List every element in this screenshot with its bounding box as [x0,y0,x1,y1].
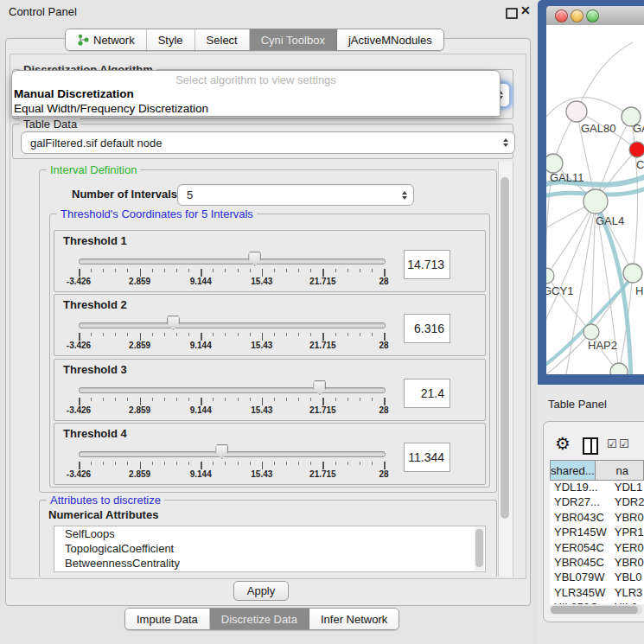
table-cell: YER0 [610,541,644,556]
table-row[interactable]: YBR045CYBR0 [550,556,644,571]
tab-cyni-toolbox[interactable]: Cyni Toolbox [250,29,337,50]
scrollbar-thumb[interactable] [475,529,483,567]
network-node[interactable] [629,142,644,157]
popup-menu-item[interactable]: Equal Width/Frequency Discretization [12,101,500,116]
tab-label: jActiveMNodules [348,34,432,47]
tick-mark [164,398,165,401]
tick-mark [238,269,239,272]
gear-icon[interactable]: ⚙ [555,433,571,454]
tick-mark [115,398,116,401]
tick-mark [213,333,214,336]
table-row[interactable]: YIL053CYIL0 [550,601,644,604]
table-row[interactable]: YDR27...YDR2 [550,495,644,510]
tab-discretize-data[interactable]: Discretize Data [210,609,309,629]
num-intervals-select[interactable]: 5 [177,184,414,206]
node-attribute-table: shared...na YDL19...YDL1YDR27...YDR2YBR0… [550,460,644,604]
tick-label: 2.859 [129,405,150,415]
network-node[interactable] [583,189,608,214]
network-node[interactable] [583,324,599,340]
tick-label: -3.426 [67,469,91,479]
popup-menu-item[interactable]: Manual Discretization [12,86,500,101]
table-row[interactable]: YER054CYER0 [550,541,644,556]
threshold-value-field[interactable]: 6.316 [404,314,450,343]
network-node[interactable] [546,154,563,173]
tick-mark [79,269,80,277]
popup-hint: Select algorithm to view settings [12,73,500,86]
table-horizontal-scrollbar[interactable] [550,605,642,615]
table-data-select[interactable]: galFiltered.sif default node [21,131,515,154]
table-data-value: galFiltered.sif default node [30,137,162,150]
network-view-canvas[interactable]: GAL80GACGAL11GAL4GCY1HHAP2 [546,25,644,374]
tick-mark [152,333,153,336]
tick-label: 2.859 [129,469,150,479]
numerical-attributes-list[interactable]: SelfLoopsTopologicalCoefficientBetweenne… [54,526,486,572]
apply-button[interactable]: Apply [233,581,289,601]
table-row[interactable]: YDL19...YDL1 [550,481,644,495]
settings-scrollbar[interactable] [498,162,513,577]
table-cell: YBL0 [610,571,644,585]
tick-mark [164,269,165,272]
table-cell: YIL053C [550,601,610,604]
attribute-list-item[interactable]: BetweennessCentrality [54,556,485,571]
slider-track[interactable] [79,322,386,328]
tab-jactivemnodules[interactable]: jActiveMNodules [337,29,443,50]
tick-mark [79,333,80,341]
tick-mark [115,333,116,336]
checkbox-icon[interactable]: ☑ [619,437,629,450]
table-column-header[interactable]: shared... [550,460,596,481]
minimize-traffic-light-icon[interactable] [571,10,583,22]
table-row[interactable]: YBR043CYBR0 [550,511,644,526]
tab-style[interactable]: Style [147,29,195,50]
checkbox-icon[interactable]: ☑ [607,437,617,450]
node-label: GAL4 [596,214,624,227]
slider-track[interactable] [79,451,386,457]
network-node[interactable] [623,264,642,283]
control-panel-titlebar: Control Panel ✕ [0,0,536,22]
columns-icon[interactable] [583,437,598,455]
attribute-list-item[interactable]: TopologicalCoefficient [54,541,485,556]
network-node[interactable] [566,101,587,122]
tab-impute-data[interactable]: Impute Data [125,609,210,629]
table-cell: YPR1 [610,526,644,540]
tick-mark [335,462,336,465]
table-row[interactable]: YLR345WYLR3 [550,586,644,601]
scrollbar-thumb[interactable] [501,177,509,519]
network-window-titlebar[interactable] [546,6,644,26]
tick-mark [274,333,275,336]
zoom-traffic-light-icon[interactable] [586,10,599,22]
tab-infer-network[interactable]: Infer Network [309,609,399,629]
slider-track[interactable] [79,258,386,265]
tab-select[interactable]: Select [195,29,250,50]
tick-mark [91,462,92,465]
tick-label: 21.715 [309,341,336,350]
tick-mark [262,462,264,469]
table-row[interactable]: YBL079WYBL0 [550,571,644,585]
tick-mark [286,398,287,401]
threshold-value-field[interactable]: 11.344 [404,443,450,472]
threshold-value-field[interactable]: 21.4 [404,379,450,408]
slider-track[interactable] [79,387,386,393]
tick-mark [274,462,275,465]
scrollbar-thumb[interactable] [551,606,638,614]
close-traffic-light-icon[interactable] [555,10,568,22]
table-row[interactable]: YPR145WYPR1 [550,526,644,540]
attribute-list-item[interactable]: SelfLoops [54,526,485,541]
tick-mark [360,462,360,465]
stepper-icon [402,191,407,200]
tick-mark [335,269,336,272]
tick-mark [176,269,177,272]
network-node[interactable] [546,268,554,284]
table-cell: YBR043C [550,511,610,526]
tick-mark [250,333,251,336]
table-data-title: Table Data [20,118,80,131]
threshold-panel: Threshold 3-3.4262.8599.14415.4321.71528… [54,359,486,421]
float-window-icon[interactable] [506,8,518,19]
tab-network[interactable]: Network [66,29,147,50]
tick-mark [127,333,128,336]
tick-mark [140,398,142,405]
close-icon[interactable]: ✕ [520,3,531,17]
list-scrollbar[interactable] [475,527,484,571]
tick-label: 21.715 [309,469,336,479]
threshold-value-field[interactable]: 14.713 [404,250,450,279]
table-column-header[interactable]: na [596,460,644,481]
